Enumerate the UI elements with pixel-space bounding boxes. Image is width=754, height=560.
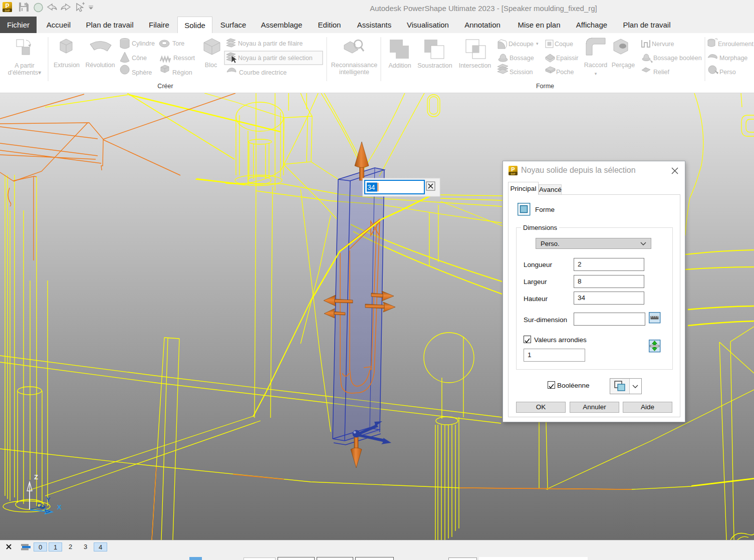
svg-text:Morphage: Morphage <box>719 55 747 62</box>
svg-text:Cône: Cône <box>132 55 147 62</box>
svg-text:P: P <box>511 166 515 172</box>
svg-text:Bossage: Bossage <box>510 55 534 62</box>
svg-text:Tore: Tore <box>172 40 184 47</box>
svg-text:▾: ▾ <box>595 71 597 76</box>
svg-text:Relief: Relief <box>653 69 669 76</box>
svg-text:d'éléments▾: d'éléments▾ <box>8 69 42 76</box>
svg-text:Coque: Coque <box>555 41 573 48</box>
svg-text:Scission: Scission <box>510 69 533 76</box>
svg-text:Noyau à partir de filaire: Noyau à partir de filaire <box>238 40 303 47</box>
svg-text:A partir: A partir <box>15 62 35 69</box>
svg-text:Enroulement: Enroulement <box>718 41 753 48</box>
svg-text:Z: Z <box>34 473 38 481</box>
svg-text:Extrusion: Extrusion <box>54 62 80 69</box>
svg-text:Révolution: Révolution <box>85 62 115 69</box>
svg-text:Région: Région <box>172 69 192 76</box>
svg-text:Soustraction: Soustraction <box>417 62 452 69</box>
svg-text:Créer: Créer <box>157 83 173 90</box>
svg-text:Intersection: Intersection <box>459 62 491 69</box>
svg-text:Courbe directrice: Courbe directrice <box>239 69 287 76</box>
svg-text:Noyau à partir de sélection: Noyau à partir de sélection <box>238 55 313 62</box>
svg-text:Addition: Addition <box>388 62 411 69</box>
svg-text:34: 34 <box>367 183 375 191</box>
svg-text:SHP: SHP <box>511 173 515 175</box>
svg-text:Raccord: Raccord <box>584 62 608 69</box>
svg-text:Perso: Perso <box>719 69 736 76</box>
svg-text:Poche: Poche <box>556 69 574 76</box>
svg-text:P: P <box>5 3 9 10</box>
svg-text:Sphère: Sphère <box>132 69 152 76</box>
svg-text:Perçage: Perçage <box>612 62 635 69</box>
svg-text:Reconnaissance: Reconnaissance <box>331 62 377 69</box>
svg-text:Ressort: Ressort <box>173 55 195 62</box>
svg-text:SHP: SHP <box>5 9 10 12</box>
svg-text:Bloc: Bloc <box>205 62 217 69</box>
svg-text:Cylindre: Cylindre <box>132 40 155 47</box>
svg-text:Découpe: Découpe <box>509 41 534 48</box>
svg-text:Forme: Forme <box>536 83 554 90</box>
svg-text:intelligente: intelligente <box>339 69 369 76</box>
svg-text:X: X <box>57 503 62 511</box>
svg-text:▾: ▾ <box>536 41 539 46</box>
svg-text:Epaissir: Epaissir <box>556 55 578 62</box>
svg-text:Bossage booléen: Bossage booléen <box>653 55 702 62</box>
svg-text:Nervure: Nervure <box>652 41 674 48</box>
svg-text:Y: Y <box>46 496 51 503</box>
